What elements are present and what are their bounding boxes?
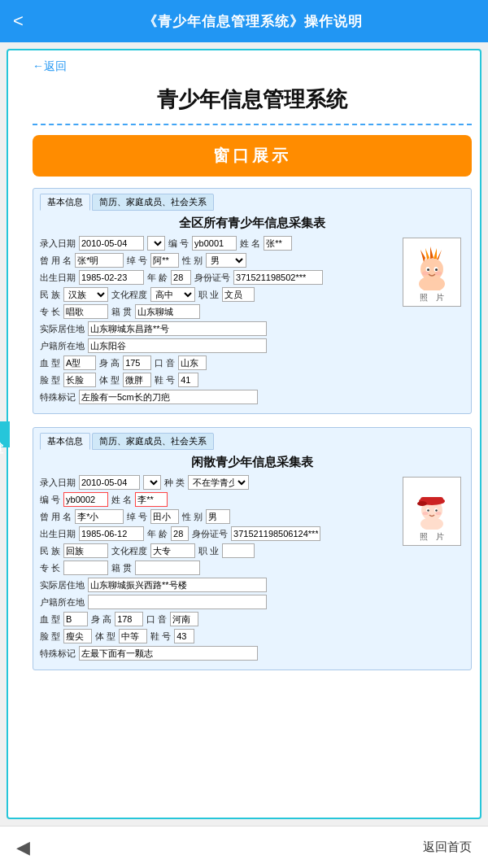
form2-row6: 实际居住地 [40, 578, 464, 592]
form1-photo-label: 照 片 [420, 292, 444, 303]
form2-input-ruru[interactable] [79, 475, 140, 490]
form1-input-xuexing[interactable] [63, 355, 96, 370]
svg-point-21 [435, 509, 437, 511]
form1-label-zhuohao: 绰 号 [127, 255, 147, 267]
form2-label-sfzh: 身份证号 [192, 528, 228, 540]
form1-label-shijizhu: 实际居住地 [40, 323, 85, 335]
form2-tab-basic[interactable]: 基本信息 [40, 433, 90, 450]
form2-label-minzu: 民 族 [40, 545, 60, 557]
form2-input-xuexing[interactable] [63, 612, 88, 626]
svg-marker-4 [430, 246, 434, 259]
svg-point-9 [427, 268, 429, 271]
form1-select-minzu[interactable]: 汉族 [63, 287, 108, 302]
form2-input-liankuang[interactable] [63, 629, 92, 643]
form1-row6: 实际居住地 [40, 321, 464, 336]
form2-input-sfzh[interactable] [231, 526, 320, 541]
form1-input-chusheng[interactable] [79, 270, 144, 285]
form2-label-shijizhu: 实际居住地 [40, 579, 85, 591]
form2-label-wenhua: 文化程度 [111, 545, 147, 557]
form2-label-jiguan: 籍 贯 [111, 562, 132, 574]
form1-input-shengao[interactable] [123, 355, 151, 370]
form1-label-cengyongming: 曾 用 名 [40, 255, 72, 267]
form1-label-wenhua: 文化程度 [111, 289, 147, 301]
form2-row5: 专 长 籍 贯 [40, 560, 464, 575]
form1-tab-bar: 基本信息 简历、家庭成员、社会关系 [40, 194, 464, 211]
form2-label-xingbie: 性 别 [182, 511, 203, 523]
form2-input-jiguan[interactable] [135, 560, 200, 575]
form1-input-zhiye[interactable] [222, 287, 255, 302]
form2-input-zhuanchang[interactable] [63, 560, 108, 575]
form2-input-xingbie[interactable] [206, 509, 230, 524]
form1-tab-basic[interactable]: 基本信息 [40, 194, 90, 211]
form2-input-tixing[interactable] [119, 629, 147, 643]
form2-select-zhonglei[interactable]: 不在学青少年 [188, 475, 249, 490]
form2-input-hujisuo[interactable] [88, 595, 267, 609]
form2-title: 闲散青少年信息采集表 [40, 455, 464, 470]
form1-input-sfzh[interactable] [233, 270, 323, 285]
form2-label-tixing: 体 型 [95, 630, 115, 643]
form2-label-xiehao: 鞋 号 [150, 630, 171, 643]
form2-input-cengyongming[interactable] [75, 509, 124, 524]
form1-input-xingming[interactable] [264, 236, 292, 251]
form1-label-hujisuo: 户籍所在地 [40, 340, 85, 352]
form2-label-ruru: 录入日期 [40, 477, 76, 489]
form2-tab-history[interactable]: 简历、家庭成员、社会关系 [92, 433, 214, 450]
form1-select-wenhua[interactable]: 高中 [150, 287, 195, 302]
form1-select-xingbie[interactable]: 男 [206, 253, 246, 268]
form2-label-xuexing: 血 型 [40, 613, 60, 626]
form2-row1b: 编 号 姓 名 [40, 492, 464, 507]
form1-label-zhiye: 职 业 [198, 289, 219, 301]
form2-input-zhiye[interactable] [222, 543, 255, 558]
form1-input-cengyongming[interactable] [75, 253, 124, 268]
header-title: 《青少年信息管理系统》操作说明 [32, 12, 475, 31]
form2-input-bianhao[interactable] [63, 492, 108, 507]
bottom-back-button[interactable]: ◀ [16, 837, 30, 858]
form1-input-hujisuo[interactable] [88, 338, 267, 353]
form1-input-shijizhu[interactable] [88, 321, 267, 336]
form1-tab-history[interactable]: 简历、家庭成员、社会关系 [92, 194, 214, 211]
form2-input-wenhua[interactable] [150, 543, 195, 558]
form2-photo-label: 照 片 [420, 531, 444, 543]
form2-input-shengao[interactable] [115, 612, 143, 626]
form1-title: 全区所有青少年信息采集表 [40, 216, 464, 231]
form1-select-ruru[interactable]: ▼ [147, 236, 165, 251]
form2-input-teshu[interactable] [79, 646, 258, 661]
top-bar: < 《青少年信息管理系统》操作说明 [0, 0, 488, 42]
form2-select-ruru[interactable]: ▼ [143, 475, 161, 490]
form2-input-nianling[interactable] [171, 526, 189, 541]
form1-input-teshu[interactable] [79, 390, 258, 404]
form2-input-kouyin[interactable] [170, 612, 198, 626]
form2-photo-box: 照 片 [403, 477, 461, 546]
svg-point-20 [427, 509, 429, 511]
form1-label-shengao: 身 高 [99, 357, 120, 369]
form2-input-chusheng[interactable] [79, 526, 144, 541]
form1-input-kouyin[interactable] [178, 355, 207, 370]
section-title-button: 窗口展示 [33, 135, 472, 177]
form1-input-liankuang[interactable] [63, 373, 96, 387]
form1-input-tixing[interactable] [123, 373, 151, 387]
form2-row2: 曾 用 名 绰 号 性 别 [40, 509, 464, 524]
share-tab[interactable]: 分享 [0, 421, 10, 447]
form1-row1: 录入日期 ▼ 编 号 姓 名 [40, 236, 464, 251]
form2-input-zhuohao[interactable] [150, 509, 179, 524]
form1-label-jiguan: 籍 贯 [111, 306, 132, 318]
form2-input-minzu[interactable] [63, 543, 108, 558]
form1-input-jiguan[interactable] [135, 304, 200, 319]
form1-input-ruru[interactable] [79, 236, 144, 251]
form1-label-tixing: 体 型 [99, 374, 120, 386]
header-back-button[interactable]: < [13, 11, 24, 32]
form2-row10: 特殊标记 [40, 646, 464, 661]
form1-input-zhuanchang[interactable] [63, 304, 108, 319]
form2-input-shijizhu[interactable] [88, 578, 267, 592]
form1-input-zhuohao[interactable] [150, 253, 179, 268]
form2-input-xiehao[interactable] [174, 629, 194, 643]
form2-input-xingming[interactable] [135, 492, 168, 507]
back-home-button[interactable]: 返回首页 [423, 840, 472, 855]
form1-input-bianhao[interactable] [192, 236, 237, 251]
form1-input-nianling[interactable] [171, 270, 191, 285]
form1-input-xiehao[interactable] [178, 373, 198, 387]
page-title: 青少年信息管理系统 [33, 85, 472, 114]
form1-label-sfzh: 身份证号 [194, 272, 230, 284]
back-link[interactable]: ←返回 [33, 59, 67, 74]
form2-label-zhiye: 职 业 [198, 545, 219, 557]
